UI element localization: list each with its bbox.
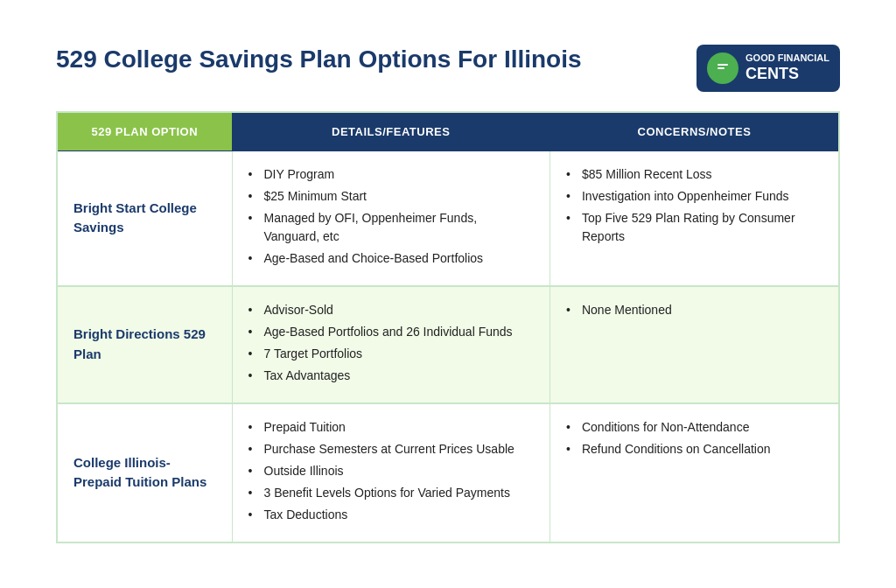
concern-item: None Mentioned	[566, 301, 822, 319]
detail-item: Advisor-Sold	[248, 301, 534, 319]
logo-icon	[707, 52, 738, 84]
detail-item: Purchase Semesters at Current Prices Usa…	[248, 440, 534, 458]
svg-rect-0	[715, 60, 731, 73]
detail-item: 3 Benefit Levels Options for Varied Paym…	[248, 484, 534, 502]
detail-item: Tax Deductions	[248, 506, 534, 524]
col-header-concerns: CONCERNS/NOTES	[550, 112, 839, 151]
concerns-cell: None Mentioned	[550, 286, 839, 403]
table-row: College Illinois-Prepaid Tuition PlansPr…	[57, 403, 839, 542]
concern-item: Investigation into Oppenheimer Funds	[566, 187, 822, 206]
table-header-row: 529 PLAN OPTION DETAILS/FEATURES CONCERN…	[57, 112, 839, 151]
concern-item: Conditions for Non-Attendance	[566, 418, 822, 437]
concern-item: $85 Million Recent Loss	[566, 165, 822, 184]
detail-item: Age-Based and Choice-Based Portfolios	[248, 249, 534, 268]
details-cell: Advisor-SoldAge-Based Portfolios and 26 …	[232, 286, 550, 403]
main-container: 529 College Savings Plan Options For Ill…	[28, 18, 868, 570]
col-header-details: DETAILS/FEATURES	[232, 112, 550, 151]
logo-box: Good Financial CENTS	[696, 45, 840, 92]
detail-item: Prepaid Tuition	[248, 418, 534, 437]
details-cell: Prepaid TuitionPurchase Semesters at Cur…	[232, 403, 550, 542]
table-row: Bright Directions 529 PlanAdvisor-SoldAg…	[57, 286, 839, 403]
detail-item: Tax Advantages	[248, 367, 534, 385]
concern-item: Refund Conditions on Cancellation	[566, 440, 822, 458]
speech-bubble-icon	[713, 59, 732, 78]
svg-rect-2	[718, 64, 728, 66]
concern-item: Top Five 529 Plan Rating by Consumer Rep…	[566, 209, 822, 246]
detail-item: Managed by OFI, Oppenheimer Funds, Vangu…	[248, 209, 534, 246]
logo-text: Good Financial CENTS	[746, 52, 830, 85]
detail-item: Age-Based Portfolios and 26 Individual F…	[248, 323, 534, 341]
detail-item: 7 Target Portfolios	[248, 345, 534, 363]
plan-table: 529 PLAN OPTION DETAILS/FEATURES CONCERN…	[56, 111, 840, 543]
concerns-cell: Conditions for Non-AttendanceRefund Cond…	[550, 403, 839, 542]
detail-item: Outside Illinois	[248, 462, 534, 480]
page-title: 529 College Savings Plan Options For Ill…	[56, 45, 582, 74]
plan-name-cell: Bright Start College Savings	[57, 150, 232, 286]
svg-rect-3	[718, 67, 724, 69]
plan-name-cell: Bright Directions 529 Plan	[57, 286, 232, 403]
svg-marker-1	[716, 73, 721, 76]
concerns-cell: $85 Million Recent LossInvestigation int…	[550, 150, 839, 286]
details-cell: DIY Program$25 Minimum StartManaged by O…	[232, 150, 550, 286]
col-header-plan: 529 PLAN OPTION	[57, 112, 232, 151]
header-row: 529 College Savings Plan Options For Ill…	[56, 45, 840, 92]
table-row: Bright Start College SavingsDIY Program$…	[57, 150, 839, 286]
plan-name-cell: College Illinois-Prepaid Tuition Plans	[57, 403, 232, 542]
detail-item: $25 Minimum Start	[248, 187, 534, 206]
detail-item: DIY Program	[248, 165, 534, 184]
